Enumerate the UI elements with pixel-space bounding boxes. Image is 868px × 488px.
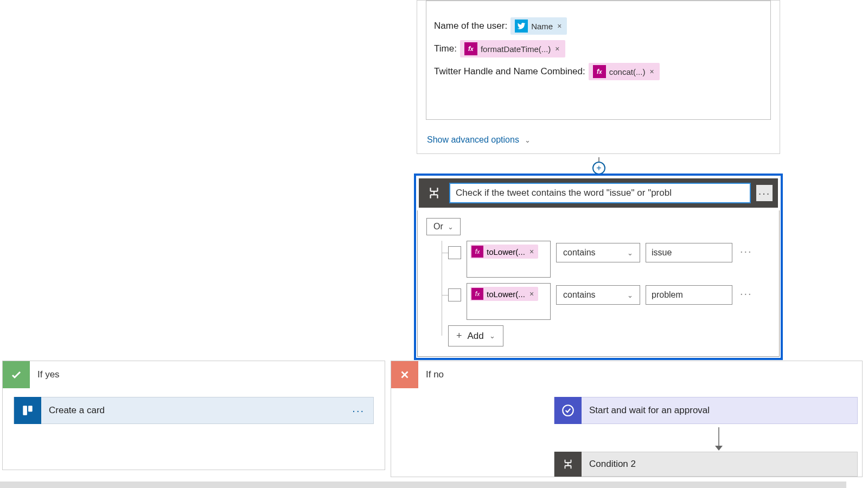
branch-header-yes[interactable]: If yes — [3, 361, 385, 388]
action-card-condition2[interactable]: Condition 2 — [554, 452, 858, 477]
condition-row: fx toLower(... × contains ⌄ ··· — [426, 283, 770, 320]
branch-body: Start and wait for an approval Condition… — [391, 388, 862, 477]
row-more-button[interactable]: ··· — [738, 245, 755, 258]
fx-icon: fx — [464, 42, 477, 55]
row-value-input[interactable] — [646, 243, 732, 262]
row-checkbox[interactable] — [448, 288, 461, 301]
svg-point-4 — [563, 405, 573, 416]
chevron-down-icon: ⌄ — [525, 136, 531, 144]
action-more-button[interactable]: ··· — [343, 404, 373, 417]
token-remove-icon[interactable]: × — [556, 22, 563, 30]
row-more-button[interactable]: ··· — [738, 287, 755, 300]
action-card-approval[interactable]: Start and wait for an approval — [554, 397, 858, 424]
operator-label: contains — [563, 248, 596, 258]
arrow-down-icon — [715, 446, 723, 451]
show-advanced-options-link[interactable]: Show advanced options ⌄ — [417, 129, 540, 153]
compose-action-card: Name of the user: Name × Time: fx format… — [417, 0, 780, 154]
close-icon — [391, 361, 418, 388]
action-label: Start and wait for an approval — [582, 405, 857, 416]
connector-line — [718, 427, 719, 446]
token-remove-icon[interactable]: × — [554, 44, 560, 53]
fx-icon: fx — [593, 65, 606, 78]
if-no-branch: If no Start and wait for an approval Con… — [391, 361, 863, 477]
condition-more-button[interactable]: ··· — [756, 185, 773, 201]
condition-title-input[interactable] — [449, 183, 751, 203]
action-label: Create a card — [41, 405, 343, 416]
condition-row: fx toLower(... × contains ⌄ ··· — [426, 241, 770, 278]
row-value-input[interactable] — [646, 285, 732, 305]
chevron-down-icon: ⌄ — [627, 291, 633, 299]
plus-icon: + — [456, 330, 462, 342]
add-step-button[interactable]: + — [592, 162, 605, 175]
chevron-down-icon: ⌄ — [448, 223, 454, 231]
condition-header: ··· — [419, 178, 778, 208]
condition-icon — [554, 452, 582, 477]
compose-body[interactable]: Name of the user: Name × Time: fx format… — [426, 1, 771, 120]
group-operator-dropdown[interactable]: Or ⌄ — [426, 218, 461, 235]
action-label: Condition 2 — [582, 459, 857, 470]
condition-card: ··· Or ⌄ fx toLower(... × contains — [414, 174, 783, 360]
token-text: formatDateTime(...) — [481, 44, 551, 54]
branch-body: Create a card ··· — [3, 388, 385, 470]
action-card-create-card[interactable]: Create a card ··· — [14, 397, 374, 424]
expression-token-tolower[interactable]: fx toLower(... × — [470, 245, 538, 259]
field-time: Time: fx formatDateTime(...) × — [434, 40, 763, 57]
fx-icon: fx — [471, 246, 483, 258]
row-checkbox[interactable] — [448, 246, 461, 259]
expression-token-concat[interactable]: fx concat(...) × — [589, 63, 660, 80]
if-yes-branch: If yes Create a card ··· — [2, 361, 385, 470]
field-label: Name of the user: — [434, 21, 507, 31]
tree-line — [442, 295, 448, 296]
chevron-down-icon: ⌄ — [489, 332, 495, 340]
branch-header-no[interactable]: If no — [391, 361, 862, 388]
operator-label: contains — [563, 290, 596, 300]
expression-token-formatdatetime[interactable]: fx formatDateTime(...) × — [460, 40, 565, 57]
row-operator-dropdown[interactable]: contains ⌄ — [556, 285, 640, 305]
token-text: toLower(... — [487, 290, 525, 299]
twitter-icon — [515, 20, 528, 33]
row-left-operand[interactable]: fx toLower(... × — [467, 241, 551, 278]
token-remove-icon[interactable]: × — [528, 290, 535, 298]
svg-rect-2 — [23, 406, 27, 415]
condition-tree: fx toLower(... × contains ⌄ ··· fx — [426, 241, 770, 346]
field-name-of-user: Name of the user: Name × — [434, 17, 763, 35]
token-text: concat(...) — [609, 67, 646, 76]
add-row-label: Add — [468, 331, 484, 342]
field-twitter-handle-combined: Twitter Handle and Name Combined: fx con… — [434, 63, 763, 80]
branch-label: If yes — [30, 369, 60, 380]
fx-icon: fx — [471, 288, 483, 300]
condition-icon — [424, 183, 444, 203]
condition-body: Or ⌄ fx toLower(... × contains ⌄ — [417, 210, 780, 357]
field-label: Twitter Handle and Name Combined: — [434, 66, 585, 77]
chevron-down-icon: ⌄ — [627, 249, 633, 257]
branch-label: If no — [418, 369, 444, 380]
group-operator-label: Or — [433, 222, 443, 232]
token-remove-icon[interactable]: × — [528, 247, 535, 256]
horizontal-scrollbar[interactable] — [0, 481, 846, 488]
add-row-button[interactable]: + Add ⌄ — [448, 325, 503, 346]
approval-icon — [554, 397, 582, 424]
token-text: Name — [531, 22, 553, 31]
trello-icon — [14, 397, 41, 424]
expression-token-tolower[interactable]: fx toLower(... × — [470, 287, 538, 301]
show-advanced-label: Show advanced options — [427, 135, 519, 145]
tree-line — [442, 253, 448, 253]
token-text: toLower(... — [487, 247, 525, 256]
dynamic-token-name[interactable]: Name × — [510, 17, 567, 35]
row-operator-dropdown[interactable]: contains ⌄ — [556, 243, 640, 262]
row-left-operand[interactable]: fx toLower(... × — [467, 283, 551, 320]
field-label: Time: — [434, 43, 457, 54]
token-remove-icon[interactable]: × — [648, 67, 655, 76]
check-icon — [3, 361, 30, 388]
svg-rect-3 — [28, 406, 33, 412]
